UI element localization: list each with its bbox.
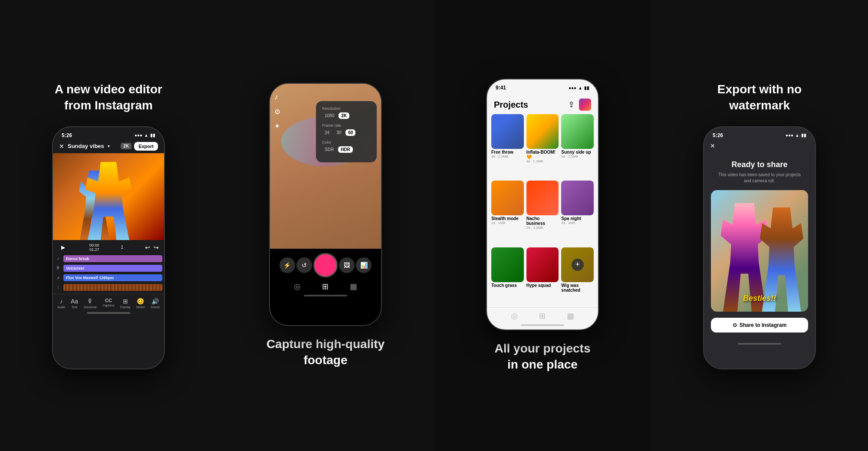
projects-nav-grid[interactable]: ⊞	[539, 311, 546, 321]
project-hype[interactable]: Hype squad	[526, 247, 559, 307]
project-name-sunny: Sunny side up	[561, 150, 594, 155]
panel-projects: 9:41 ●●● ▲ ▮▮ Projects ⇪ Free throw 4d ·…	[434, 0, 651, 451]
chart-icon[interactable]: 📊	[356, 257, 372, 273]
project-stealth[interactable]: Stealth mode 2d · 1MB	[491, 181, 524, 244]
flip-icon[interactable]: ↺	[296, 257, 312, 273]
project-wig[interactable]: + Wig was snatched	[561, 247, 594, 307]
project-thumb-inflata	[526, 114, 559, 149]
framerate-24[interactable]: 24	[322, 129, 332, 136]
timeline-controls: ▶ 00:00 01:27 1 ↩ ↪	[53, 243, 164, 252]
chevron-down-icon: ▾	[108, 144, 110, 148]
status-time-1: 5:26	[62, 132, 72, 138]
music-note-icon[interactable]: ♪	[274, 92, 280, 102]
instagram-share-icon: ⊙	[733, 322, 737, 328]
project-touch[interactable]: Touch grass	[491, 247, 524, 307]
track-label-1: Dance break	[66, 257, 89, 261]
photo-library-icon[interactable]: 🖼	[339, 257, 355, 273]
share-to-instagram-button[interactable]: ⊙ Share to Instagram	[711, 318, 808, 332]
tool-text[interactable]: Aa Text	[71, 298, 78, 309]
tool-captions-label: Captions	[102, 304, 115, 307]
camera-nav-chart-icon[interactable]: ▦	[350, 282, 357, 291]
track-2: 🎙 Voiceover	[53, 263, 164, 273]
resolution-1080[interactable]: 1080	[322, 112, 337, 119]
project-name[interactable]: Sunday vibes	[68, 143, 104, 149]
framerate-60[interactable]: 60	[345, 129, 355, 136]
time-display: 00:00 01:27	[89, 243, 99, 252]
project-name-spa: Spa night	[561, 216, 594, 221]
export-button[interactable]: Export	[134, 142, 158, 151]
status-bar-1: 5:26 ●●● ▲ ▮▮	[53, 127, 164, 140]
share-preview: Besties!!	[711, 190, 808, 312]
panel-video-editor: A new video editor from Instagram 5:26 ●…	[0, 0, 217, 451]
phone-2: ♪ ⚙ ✦ Resolution 1080 2K Frame rate 24	[269, 83, 382, 326]
ready-subtitle: This video has been saved to your projec…	[711, 172, 808, 184]
project-meta-inflata: 4d · 1.1MB	[526, 159, 559, 163]
track-bar-2[interactable]: Voiceover	[63, 265, 162, 272]
editor-actions: 2K Export	[121, 142, 158, 151]
camera-controls-row: ⚡ ↺ 🖼 📊	[270, 253, 381, 277]
time-total: 01:27	[89, 247, 99, 252]
video-preview	[53, 153, 164, 240]
track-icon-2: 🎙	[55, 266, 62, 270]
captions-icon: CC	[105, 298, 112, 303]
ready-title: Ready to share	[711, 160, 808, 169]
share-icon[interactable]: ⇪	[568, 100, 575, 109]
camera-bottom: ⚡ ↺ 🖼 📊 ◎ ⊞ ▦	[270, 249, 381, 302]
tool-sound-label: Sound	[151, 306, 159, 309]
project-inflata[interactable]: Inflata-BOOM! 🧡 4d · 1.1MB	[526, 114, 559, 178]
track-label-2: Voiceover	[66, 266, 84, 270]
track-bar-4[interactable]	[63, 284, 162, 291]
project-meta-sunny: 3d · 2.5MB	[561, 155, 594, 158]
phone-4: 5:26 ●●● ▲ ▮▮ ✕ Ready to share This vide…	[703, 126, 816, 369]
camera-nav-grid-icon[interactable]: ⊞	[322, 282, 329, 291]
tool-overlay[interactable]: ⊞ Overlay	[120, 298, 130, 309]
projects-nav: ◎ ⊞ ▦	[487, 307, 598, 323]
panel-camera: ♪ ⚙ ✦ Resolution 1080 2K Frame rate 24	[217, 0, 434, 451]
project-free-throw[interactable]: Free throw 4d · 2.3MB	[491, 114, 524, 178]
projects-nav-circle[interactable]: ◎	[511, 311, 518, 321]
close-button[interactable]: ✕	[59, 143, 64, 150]
color-sdr[interactable]: SDR	[322, 146, 336, 153]
export-close-row: ✕	[704, 140, 815, 151]
color-hdr[interactable]: HDR	[338, 146, 353, 153]
track-number: 1	[121, 245, 123, 250]
bolt-icon[interactable]: ⚡	[279, 257, 295, 273]
camera-overlay-icons: ♪ ⚙ ✦	[274, 92, 280, 130]
status-icons-4: ●●● ▲ ▮▮	[786, 133, 806, 138]
panel1-title: A new video editor from Instagram	[55, 82, 162, 113]
tool-audio[interactable]: ♪ Audio	[57, 298, 65, 309]
camera-nav-circle-icon[interactable]: ◎	[294, 282, 301, 291]
tool-sticker[interactable]: 😊 Sticker	[136, 298, 145, 309]
record-button[interactable]	[313, 253, 338, 277]
track-bar-3[interactable]: Flux Vox Maxwell 126bpm	[63, 274, 162, 281]
project-name-nacho: Nacho business	[526, 216, 559, 226]
home-indicator-1	[87, 312, 130, 314]
tool-sound[interactable]: 🔊 Sound	[151, 298, 159, 309]
tool-voiceover[interactable]: 🎙 Voiceover	[84, 298, 97, 309]
project-nacho[interactable]: Nacho business 2d · 3.2MB	[526, 181, 559, 244]
track-icon-1: ♪	[55, 256, 62, 261]
panel4-title: Export with no watermark	[717, 82, 802, 113]
overlay-icon: ⊞	[123, 298, 128, 305]
project-sunny[interactable]: Sunny side up 3d · 2.5MB	[561, 114, 594, 178]
sparkle-icon[interactable]: ✦	[274, 122, 280, 130]
settings-icon[interactable]: ⚙	[274, 108, 280, 116]
panel-export: Export with no watermark 5:26 ●●● ▲ ▮▮ ✕…	[651, 0, 868, 451]
tool-audio-label: Audio	[57, 306, 65, 309]
framerate-30[interactable]: 30	[334, 129, 344, 136]
resolution-2k[interactable]: 2K	[339, 112, 349, 119]
track-bar-1[interactable]: Dance break	[63, 255, 162, 262]
projects-nav-chart[interactable]: ▦	[567, 311, 574, 321]
tool-sticker-label: Sticker	[136, 306, 145, 309]
color-label: Color	[322, 140, 371, 145]
undo-icon[interactable]: ↩	[145, 244, 150, 251]
redo-icon[interactable]: ↪	[154, 244, 159, 251]
play-button[interactable]: ▶	[58, 243, 68, 252]
tool-captions[interactable]: CC Captions	[102, 298, 115, 309]
project-meta-nacho: 2d · 3.2MB	[526, 226, 559, 230]
export-close-button[interactable]: ✕	[710, 142, 715, 149]
time-current: 00:00	[89, 243, 99, 247]
add-project-button[interactable]: +	[572, 259, 584, 271]
panel2-title: Capture high-quality footage	[266, 336, 385, 368]
project-spa[interactable]: Spa night 2d · 3MB	[561, 181, 594, 244]
